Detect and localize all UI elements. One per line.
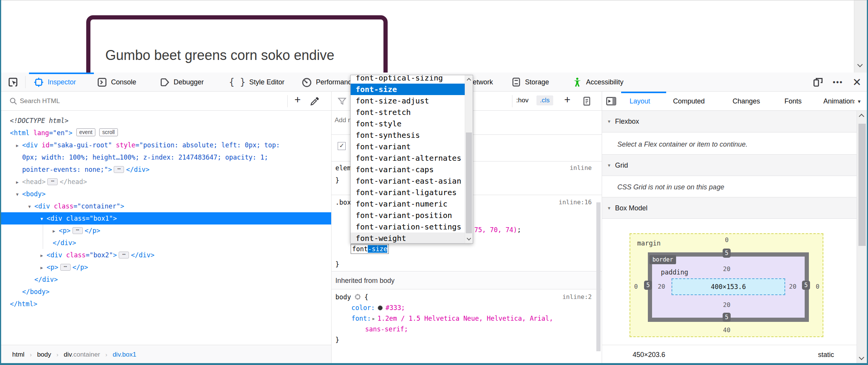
autocomplete-item-selected[interactable]: font-size [351,84,465,95]
flexbox-section-header[interactable]: ▼Flexbox [602,111,867,132]
body-rule-selector[interactable]: body{ [335,292,368,302]
expand-arrow-icon[interactable]: ▶ [16,176,22,189]
collapse-arrow-icon[interactable]: ▼ [40,213,47,225]
tree-row-box1-selected[interactable]: ▼<div class="box1"> [0,212,331,224]
responsive-design-mode-button[interactable] [810,73,826,92]
tree-row-box1-close[interactable]: </div> [0,237,331,249]
margin-bottom-value[interactable]: 40 [723,326,730,334]
tree-row-body-close[interactable]: </body> [0,286,331,298]
scroll-down-icon[interactable] [859,355,864,360]
autocomplete-item[interactable]: font-optical-sizing [351,75,465,84]
margin-left-value[interactable]: 0 [634,283,638,290]
page-scrollbar[interactable] [854,0,867,73]
expand-arrow-icon[interactable]: ▶ [16,140,22,152]
tree-row-p-child[interactable]: ▶<p>⋯</p> [0,224,331,237]
padding-left-value[interactable]: 20 [658,283,665,290]
autocomplete-item[interactable]: font-variant-alternates [351,152,465,164]
tab-storage[interactable]: Storage [511,73,549,92]
box-model-content[interactable]: 400×153.6 [672,278,785,295]
tab-computed[interactable]: Computed [673,92,705,111]
meatball-menu-button[interactable]: ••• [829,73,846,92]
tree-row-box2[interactable]: ▶<div class="box2">⋯</div> [0,249,331,261]
breadcrumb-item-html[interactable]: html [12,351,24,359]
border-top-value[interactable]: 5 [723,249,731,258]
body-color-declaration[interactable]: color:#333; [351,302,405,313]
selector-highlighter-icon[interactable] [354,294,361,300]
tree-row-head[interactable]: ▶<head>⋯</head> [0,176,331,188]
border-right-value[interactable]: 5 [802,281,810,290]
tree-row-container-close[interactable]: </div> [0,273,331,286]
tree-row-saka-div[interactable]: ▶<div id="saka-gui-root" style="position… [0,139,331,151]
property-name-input[interactable]: font-size [351,244,389,254]
tab-changes[interactable]: Changes [733,92,760,111]
padding-top-value[interactable]: 20 [723,265,730,273]
rules-scrollbar-thumb[interactable] [596,202,601,351]
tab-accessibility[interactable]: Accessibility [572,73,623,92]
grid-section-header[interactable]: ▼Grid [602,155,867,176]
tab-fonts[interactable]: Fonts [784,92,802,111]
expand-shorthand-icon[interactable]: ▶ [372,317,375,321]
layout-scrollbar-thumb[interactable] [858,124,866,246]
layout-scrollbar[interactable] [857,111,867,364]
autocomplete-item[interactable]: font-weight [351,233,465,244]
autocomplete-item[interactable]: font-synthesis [351,129,465,141]
sidebar-toggle-icon[interactable] [606,96,617,106]
collapse-arrow-icon[interactable]: ▼ [16,189,22,201]
inline-expander-icon[interactable]: ⋯ [72,227,83,234]
autocomplete-scrollbar[interactable] [465,75,473,243]
breadcrumb-item-container[interactable]: div.container [64,351,100,359]
class-panel-button[interactable]: .cls [536,95,553,105]
autocomplete-item[interactable]: font-variant-numeric [351,198,465,210]
autocomplete-item[interactable]: font-stretch [351,107,465,118]
scroll-up-icon[interactable] [859,114,864,119]
tab-debugger[interactable]: Debugger [159,73,204,92]
inline-expander-icon[interactable]: ⋯ [114,166,124,173]
breadcrumb-item-body[interactable]: body [37,351,51,359]
pseudo-class-panel-button[interactable]: :hov [516,97,528,104]
expand-arrow-icon[interactable]: ▶ [40,262,47,274]
body-font-declaration[interactable]: font:▶1.2em / 1.5 Helvetica Neue, Helvet… [351,313,553,324]
element-rule-source-link[interactable]: inline [570,164,592,171]
border-left-value[interactable]: 5 [644,281,652,290]
tree-row-body[interactable]: ▼<body> [0,188,331,200]
box1-rule-source-link[interactable]: inline:16 [559,199,592,206]
margin-right-value[interactable]: 0 [816,283,820,290]
autocomplete-item[interactable]: font-variation-settings [351,221,465,233]
inline-expander-icon[interactable]: ⋯ [47,178,58,185]
add-rule-button[interactable]: + [560,94,574,106]
autocomplete-item[interactable]: font-variant-caps [351,164,465,175]
tree-row-container[interactable]: ▼<div class="container"> [0,200,331,212]
box1-border-value-fragment[interactable]: 75, 70, 74); [474,224,521,235]
autocomplete-scrollbar-thumb[interactable] [466,132,472,233]
scroll-down-icon[interactable] [857,62,863,67]
autocomplete-item[interactable]: font-size-adjust [351,95,465,107]
color-swatch[interactable] [378,305,383,310]
close-devtools-button[interactable]: ✕ [849,73,865,92]
print-simulation-button[interactable] [582,96,592,106]
tree-row-p-sibling[interactable]: ▶<p>⋯</p> [0,261,331,273]
tab-style-editor[interactable]: { } Style Editor [229,73,284,92]
expand-arrow-icon[interactable]: ▶ [40,250,47,262]
inline-expander-icon[interactable]: ⋯ [119,252,129,258]
tabs-overflow-icon[interactable]: ▼ [857,99,862,104]
autocomplete-item[interactable]: font-style [351,118,465,129]
autocomplete-item[interactable]: font-variant-position [351,210,465,221]
padding-right-value[interactable]: 20 [789,283,796,290]
tab-animations[interactable]: Animations [823,92,855,111]
breadcrumb-item-box1[interactable]: div.box1 [113,351,136,359]
node-picker-button[interactable] [5,73,21,92]
collapse-arrow-icon[interactable]: ▼ [28,201,34,213]
padding-bottom-value[interactable]: 20 [723,301,730,308]
autocomplete-item[interactable]: font-variant-east-asian [351,175,465,187]
box-model-section-header[interactable]: ▼Box Model [602,197,867,219]
tree-row-html[interactable]: <html lang="en">eventscroll [0,127,331,139]
body-rule-source-link[interactable]: inline:2 [562,293,592,300]
scroll-badge[interactable]: scroll [99,128,118,136]
tree-row-html-close[interactable]: </html> [0,298,331,310]
filter-styles-icon[interactable] [337,97,347,106]
scroll-down-icon[interactable] [467,236,471,240]
event-badge[interactable]: event [76,128,95,136]
tab-layout[interactable]: Layout [630,92,650,111]
eyedropper-button[interactable] [310,96,320,106]
scroll-up-icon[interactable] [467,78,471,82]
